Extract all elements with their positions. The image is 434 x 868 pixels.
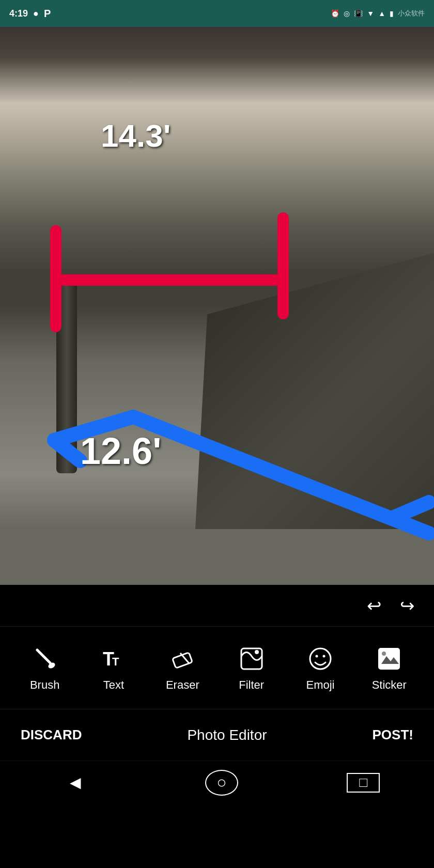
text-tool[interactable]: T T Text: [88, 644, 140, 692]
svg-point-17: [322, 655, 325, 657]
emoji-label: Emoji: [306, 678, 334, 692]
action-bar: DISCARD Photo Editor POST!: [0, 709, 434, 761]
eraser-tool[interactable]: Eraser: [157, 644, 208, 692]
svg-text:T: T: [112, 655, 119, 668]
status-right: ⏰ ◎ 📳 ▼ ▲ ▮ 小众软件: [331, 9, 425, 18]
vibrate-icon: 📳: [354, 9, 363, 18]
discard-button[interactable]: DISCARD: [21, 727, 82, 743]
svg-line-7: [37, 650, 50, 663]
redo-button[interactable]: ↪: [396, 591, 419, 620]
svg-point-16: [315, 655, 318, 657]
svg-point-15: [310, 648, 331, 669]
post-button[interactable]: POST!: [373, 727, 413, 743]
undo-redo-row: ↩ ↪: [0, 585, 434, 626]
eraser-icon: [168, 644, 197, 673]
brush-tool[interactable]: Brush: [19, 644, 71, 692]
parking-icon: P: [44, 8, 51, 20]
sticker-tool[interactable]: Sticker: [363, 644, 415, 692]
sticker-label: Sticker: [372, 678, 407, 692]
toolbar: Brush T T Text Eraser: [0, 626, 434, 709]
nav-bar: ◀ ○ □: [0, 761, 434, 804]
tree-trunk: [56, 278, 77, 473]
svg-point-14: [255, 650, 259, 654]
watermark: 小众软件: [398, 9, 425, 18]
back-button[interactable]: ◀: [54, 769, 97, 796]
undo-button[interactable]: ↩: [363, 591, 385, 620]
text-icon: T T: [99, 644, 128, 673]
svg-point-20: [382, 652, 386, 656]
alarm-icon: ⏰: [331, 9, 339, 18]
signal-icon: ▲: [378, 9, 385, 18]
brush-icon: [30, 644, 59, 673]
filter-tool[interactable]: Filter: [226, 644, 277, 692]
time-display: 4:19: [9, 8, 28, 19]
filter-label: Filter: [239, 678, 264, 692]
emoji-tool[interactable]: Emoji: [295, 644, 346, 692]
status-left: 4:19 ● P: [9, 8, 51, 20]
status-bar: 4:19 ● P ⏰ ◎ 📳 ▼ ▲ ▮ 小众软件: [0, 0, 434, 27]
photo-area[interactable]: 14.3' 12.6': [0, 27, 434, 585]
battery-icon: ▮: [390, 9, 394, 18]
text-label: Text: [103, 678, 124, 692]
recent-button[interactable]: □: [347, 773, 380, 793]
edit-panel: ↩ ↪ Brush T T Text: [0, 585, 434, 868]
location-icon: ◎: [344, 9, 350, 18]
brush-label: Brush: [30, 678, 59, 692]
sticker-icon: [375, 644, 404, 673]
dot-icon: ●: [33, 8, 39, 19]
filter-icon: [237, 644, 266, 673]
emoji-icon: [306, 644, 335, 673]
eraser-label: Eraser: [166, 678, 199, 692]
home-button[interactable]: ○: [205, 770, 238, 796]
photo-editor-title: Photo Editor: [187, 727, 267, 743]
svg-rect-18: [379, 648, 399, 669]
wifi-icon: ▼: [367, 9, 374, 18]
